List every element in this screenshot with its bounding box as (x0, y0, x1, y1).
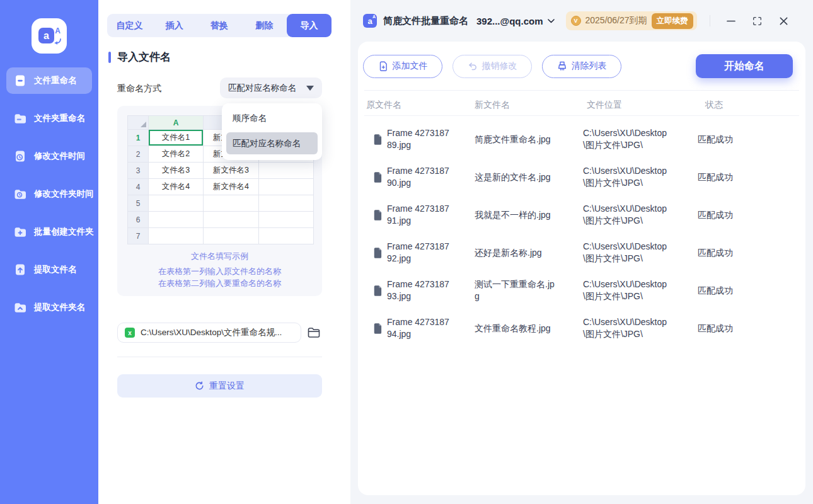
expiry-date: 2025/06/27到期 (585, 15, 647, 26)
status-text: 匹配成功 (698, 234, 733, 272)
add-files-label: 添加文件 (393, 60, 428, 72)
sheet-cell-b[interactable]: 新文件名4 (204, 179, 259, 195)
titlebar: aA 简鹿文件批量重命名 392...@qq.com V 2025/06/27到… (350, 0, 813, 42)
row-number-cell[interactable]: 1 (128, 130, 149, 146)
row-number-cell[interactable]: 2 (128, 146, 149, 163)
add-file-icon (378, 61, 388, 71)
column-header-location: 文件位置 (587, 100, 622, 111)
sidebar-item-label: 文件夹重命名 (34, 113, 85, 124)
status-text: 匹配成功 (698, 272, 733, 309)
sidebar-item-extract-filename[interactable]: 提取文件名 (6, 256, 92, 283)
tab-replace[interactable]: 替换 (197, 14, 241, 37)
reset-button[interactable]: 重置设置 (117, 374, 322, 398)
original-file-cell: Frame 427318790.jpg (373, 158, 468, 196)
table-row[interactable]: Frame 427318794.jpg 文件重命名教程.jpg C:\Users… (358, 309, 805, 347)
sheet-cell-a[interactable]: 文件名1 (149, 130, 204, 146)
excel-path-input[interactable]: x C:\Users\XU\Desktop\文件重命名规... (117, 323, 301, 343)
app-title: 简鹿文件批量重命名 (383, 15, 468, 27)
sheet-cell-b[interactable] (204, 195, 259, 212)
undo-button[interactable]: 撤销修改 (453, 55, 532, 78)
app-logo: a A (32, 18, 67, 54)
table-header: 原文件名 新文件名 文件位置 状态 (358, 94, 805, 115)
sheet-cell-c[interactable] (259, 195, 314, 212)
hint-line: 在表格第一列输入原文件名的名称 (117, 265, 322, 277)
file-rename-icon (13, 74, 27, 88)
new-file-name: 我就是不一样的.jpg (475, 196, 558, 234)
sheet-cell-a[interactable]: 文件名4 (149, 179, 204, 195)
fill-example-hints: 文件名填写示例 在表格第一列输入原文件名的名称 在表格第二列输入要重命名的名称 (117, 250, 322, 289)
file-table-body: Frame 427318789.jpg 简鹿文件重命名.jpg C:\Users… (358, 120, 805, 347)
dropdown-option-match[interactable]: 匹配对应名称命名 (226, 132, 318, 154)
clear-list-label: 清除列表 (572, 60, 607, 72)
column-header-newname: 新文件名 (475, 100, 510, 111)
sheet-row: 4 文件名4 新文件名4 (128, 179, 314, 195)
new-file-name: 还好是新名称.jpg (475, 234, 558, 272)
row-number-cell[interactable]: 3 (128, 163, 149, 179)
sheet-cell-c[interactable] (259, 228, 314, 244)
sheet-cell-a[interactable] (149, 212, 204, 228)
file-location: C:\Users\XU\Desktop\图片文件\JPG\ (583, 309, 675, 347)
maximize-button[interactable] (752, 15, 763, 26)
tab-bar: 自定义 插入 替换 删除 导入 (107, 14, 332, 37)
sidebar-item-extract-foldername[interactable]: 提取文件夹名 (6, 294, 92, 321)
browse-folder-button[interactable] (307, 326, 321, 340)
sheet-cell-a[interactable]: 文件名2 (149, 146, 204, 163)
sidebar-item-folder-time[interactable]: 修改文件夹时间 (6, 181, 92, 207)
sheet-cell-b[interactable] (204, 212, 259, 228)
extract-filename-icon (13, 263, 27, 277)
sheet-column-a-header[interactable]: A (149, 116, 204, 130)
renew-button[interactable]: 立即续费 (652, 13, 693, 29)
sheet-cell-a[interactable] (149, 228, 204, 244)
row-number-cell[interactable]: 4 (128, 179, 149, 195)
table-row[interactable]: Frame 427318792.jpg 还好是新名称.jpg C:\Users\… (358, 234, 805, 272)
table-row[interactable]: Frame 427318789.jpg 简鹿文件重命名.jpg C:\Users… (358, 120, 805, 158)
sidebar-item-file-time[interactable]: 修改文件时间 (6, 143, 92, 169)
folder-time-icon (13, 187, 27, 201)
sheet-cell-b[interactable]: 新文件名3 (204, 163, 259, 179)
table-row[interactable]: Frame 427318791.jpg 我就是不一样的.jpg C:\Users… (358, 196, 805, 234)
rename-mode-select[interactable]: 匹配对应名称命名 (220, 77, 322, 98)
add-files-button[interactable]: 添加文件 (363, 55, 442, 78)
file-location: C:\Users\XU\Desktop\图片文件\JPG\ (583, 120, 675, 158)
sidebar-nav: 文件重命名 文件夹重命名 修改文件时间 修改文件夹时间 (0, 67, 98, 332)
rename-mode-dropdown: 顺序命名 匹配对应名称命名 (222, 103, 322, 160)
file-icon (373, 248, 382, 258)
row-number-cell[interactable]: 7 (128, 228, 149, 244)
start-rename-button[interactable]: 开始命名 (696, 54, 793, 78)
sidebar-item-file-rename[interactable]: 文件重命名 (6, 67, 92, 94)
row-number-cell[interactable]: 5 (128, 195, 149, 212)
sheet-cell-b[interactable] (204, 228, 259, 244)
dropdown-option-sequence[interactable]: 顺序命名 (226, 109, 318, 128)
tab-delete[interactable]: 删除 (242, 14, 287, 37)
tab-insert[interactable]: 插入 (152, 14, 197, 37)
chevron-down-icon (548, 19, 555, 23)
clear-list-button[interactable]: 清除列表 (542, 55, 621, 78)
tab-import[interactable]: 导入 (287, 14, 332, 37)
sidebar-item-label: 提取文件名 (34, 264, 77, 275)
sheet-cell-a[interactable] (149, 195, 204, 212)
table-row[interactable]: Frame 427318790.jpg 这是新的文件名.jpg C:\Users… (358, 158, 805, 196)
sidebar-item-create-folders[interactable]: 批量创建文件夹 (6, 219, 92, 245)
account-menu[interactable]: 392...@qq.com (476, 16, 555, 26)
app-window: a A 文件重命名 文件夹重命名 (0, 0, 813, 504)
close-button[interactable] (778, 15, 790, 26)
sheet-corner-cell[interactable] (128, 116, 149, 130)
sheet-cell-a[interactable]: 文件名3 (149, 163, 204, 179)
file-time-icon (13, 149, 27, 163)
tab-custom[interactable]: 自定义 (107, 14, 152, 37)
sidebar-item-folder-rename[interactable]: 文件夹重命名 (6, 105, 92, 132)
extract-foldername-icon (13, 301, 27, 314)
new-file-name: 文件重命名教程.jpg (475, 309, 558, 347)
refresh-icon (195, 381, 204, 391)
sheet-cell-c[interactable] (259, 212, 314, 228)
minimize-button[interactable] (725, 15, 737, 26)
corner-triangle-icon (141, 122, 146, 127)
sheet-cell-c[interactable] (259, 163, 314, 179)
sheet-cell-c[interactable] (259, 179, 314, 195)
row-number-cell[interactable]: 6 (128, 212, 149, 228)
sidebar-item-label: 提取文件夹名 (34, 302, 85, 313)
table-row[interactable]: Frame 427318793.jpg 测试一下重重命名.jpg C:\User… (358, 272, 805, 309)
reset-button-label: 重置设置 (209, 381, 245, 392)
original-file-cell: Frame 427318792.jpg (373, 234, 468, 272)
divider (117, 357, 322, 357)
